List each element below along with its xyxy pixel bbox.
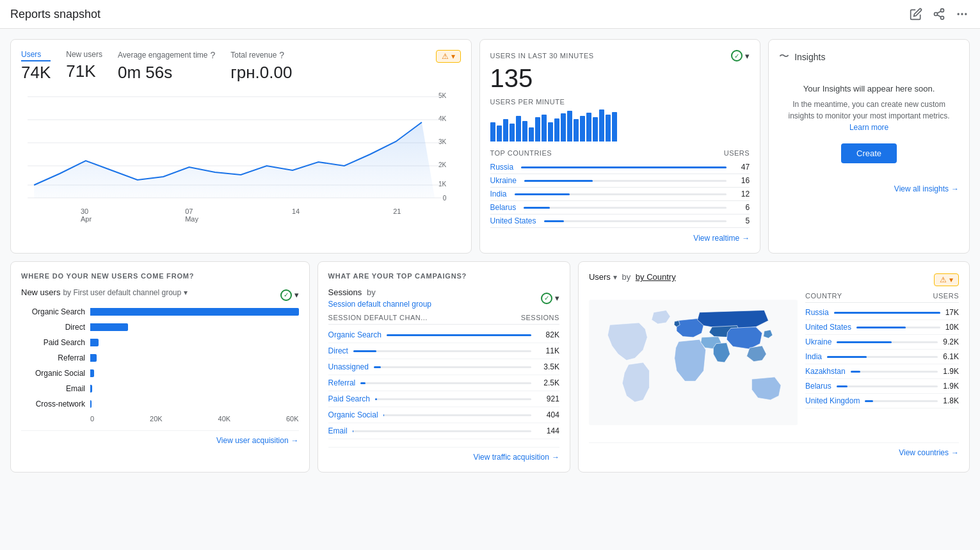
acquisition-filter[interactable]: ✓ ▾	[280, 289, 299, 301]
campaigns-filter-arrow: ▾	[555, 293, 559, 303]
hbar-track-organic	[90, 308, 299, 316]
hbar-social: Organic Social	[21, 369, 299, 378]
geo-val-russia: 17K	[945, 308, 959, 317]
geo-val-us: 10K	[945, 323, 959, 332]
arrow-right-geo: →	[951, 448, 959, 457]
session-email: Email 144	[328, 423, 559, 439]
insights-card: 〜 Insights Your Insights will appear her…	[768, 39, 970, 254]
bar-11	[554, 118, 559, 142]
edit-icon[interactable]	[908, 6, 924, 22]
engagement-label[interactable]: Average engagement time ?	[118, 50, 215, 61]
session-bar-unassigned-wrap	[374, 366, 531, 368]
geo-warning-badge[interactable]: ⚠ ▾	[934, 273, 959, 286]
country-val-russia: 47	[734, 163, 750, 172]
session-bar-referral	[360, 382, 365, 384]
session-bar-referral-wrap	[360, 382, 531, 384]
geo-country-uk[interactable]: United Kingdom	[805, 396, 860, 405]
country-bar-ukraine	[524, 180, 593, 182]
session-bar-organic-wrap	[387, 334, 531, 336]
insights-trend-icon: 〜	[779, 50, 789, 63]
acquisition-subtitle[interactable]: New users by First user default channel …	[21, 287, 188, 297]
bar-19	[606, 115, 611, 142]
country-us[interactable]: United States	[490, 216, 536, 225]
geo-col2: USERS	[933, 292, 959, 300]
bar-3	[503, 119, 508, 142]
session-channel-social[interactable]: Organic Social	[328, 410, 378, 419]
geo-country-kazakhstan[interactable]: Kazakhstan	[805, 367, 846, 376]
geo-country-us[interactable]: United States	[805, 323, 851, 332]
more-icon[interactable]	[954, 6, 970, 22]
geo-country-ukraine[interactable]: Ukraine	[805, 337, 831, 346]
session-paid: Paid Search 921	[328, 391, 559, 407]
bar-5	[516, 116, 521, 142]
svg-text:5K: 5K	[438, 92, 447, 99]
geo-table: COUNTRY USERS Russia 17K United States 1…	[805, 292, 959, 435]
campaigns-filter[interactable]: ✓ ▾	[541, 293, 559, 304]
revenue-label[interactable]: Total revenue ?	[230, 50, 292, 61]
hbar-fill-direct	[90, 323, 128, 331]
hbar-track-referral	[90, 354, 299, 362]
geo-subtitle[interactable]: Users ▾ by by Country	[589, 272, 676, 282]
session-channel-organic[interactable]: Organic Search	[328, 330, 382, 339]
bar-17	[593, 117, 598, 142]
session-channel-referral[interactable]: Referral	[328, 378, 356, 387]
country-belarus[interactable]: Belarus	[490, 203, 517, 212]
hbar-fill-organic	[90, 308, 299, 316]
users-value: 74K	[21, 63, 51, 83]
realtime-status[interactable]: ✓ ▾	[731, 50, 750, 61]
view-acquisition-link[interactable]: View user acquisition →	[216, 436, 299, 445]
arrow-right-icon-insights: →	[951, 184, 959, 193]
geo-country-russia[interactable]: Russia	[805, 308, 829, 317]
geo-val-uk: 1.8K	[943, 396, 959, 405]
session-channel-paid[interactable]: Paid Search	[328, 394, 370, 403]
bar-2	[497, 125, 502, 142]
users-label[interactable]: Users	[21, 50, 51, 61]
view-countries-link[interactable]: View countries →	[899, 448, 959, 457]
geo-col1: COUNTRY	[805, 292, 842, 300]
hbar-paid: Paid Search	[21, 338, 299, 347]
campaigns-check-icon: ✓	[541, 293, 552, 304]
hbar-track-social	[90, 369, 299, 377]
geo-row-uk: United Kingdom 1.8K	[805, 394, 959, 408]
session-referral: Referral 2.5K	[328, 375, 559, 391]
share-icon[interactable]	[931, 6, 947, 22]
learn-more-link[interactable]: Learn more	[849, 123, 888, 132]
country-bar-belarus-wrap	[524, 207, 727, 209]
engagement-help-icon[interactable]: ?	[211, 50, 216, 60]
country-india[interactable]: India	[490, 190, 507, 198]
session-channel-email[interactable]: Email	[328, 426, 348, 435]
session-channel-unassigned[interactable]: Unassigned	[328, 362, 369, 371]
svg-text:0: 0	[443, 195, 447, 202]
geo-top: COUNTRY USERS Russia 17K United States 1…	[589, 292, 959, 435]
revenue-help-icon[interactable]: ?	[279, 50, 284, 60]
main-content: Users 74K New users 71K Average engageme…	[0, 29, 980, 483]
geo-row-belarus: Belarus 1.9K	[805, 379, 959, 394]
filter-badge[interactable]: ⚠ ▾	[436, 50, 461, 63]
session-channel-direct[interactable]: Direct	[328, 346, 348, 355]
sessions-label[interactable]: Sessions	[328, 287, 362, 297]
country-ukraine[interactable]: Ukraine	[490, 176, 517, 185]
check-circle-icon: ✓	[731, 50, 743, 61]
country-russia[interactable]: Russia	[490, 163, 514, 172]
session-channel-group-label[interactable]: Session default channel group	[328, 300, 431, 309]
session-bar-email-wrap	[353, 430, 531, 432]
country-row-belarus: Belarus 6	[490, 201, 750, 214]
realtime-dropdown-arrow: ▾	[745, 51, 750, 61]
page-title: Reports snapshot	[10, 8, 100, 21]
geo-header-row: Users ▾ by by Country ⚠ ▾	[589, 272, 959, 287]
geo-footer: View countries →	[589, 442, 959, 457]
country-bar-india-wrap	[515, 193, 727, 195]
per-minute-label: USERS PER MINUTE	[490, 98, 750, 106]
create-button[interactable]: Create	[841, 143, 897, 163]
sessions-table: Organic Search 82K Direct 11K Unassigned…	[328, 327, 559, 439]
campaigns-header-row: Sessions by Session default channel grou…	[328, 287, 559, 309]
view-campaigns-link[interactable]: View traffic acquisition →	[474, 453, 559, 462]
hbar-fill-social	[90, 369, 94, 377]
view-realtime-link[interactable]: View realtime →	[693, 234, 750, 243]
new-users-label[interactable]: New users	[66, 50, 102, 60]
view-all-insights-link[interactable]: View all insights →	[894, 184, 959, 193]
country-bar-us	[544, 220, 564, 222]
country-bar-russia-wrap	[521, 166, 727, 168]
geo-country-india[interactable]: India	[805, 352, 822, 361]
geo-country-belarus[interactable]: Belarus	[805, 382, 831, 391]
